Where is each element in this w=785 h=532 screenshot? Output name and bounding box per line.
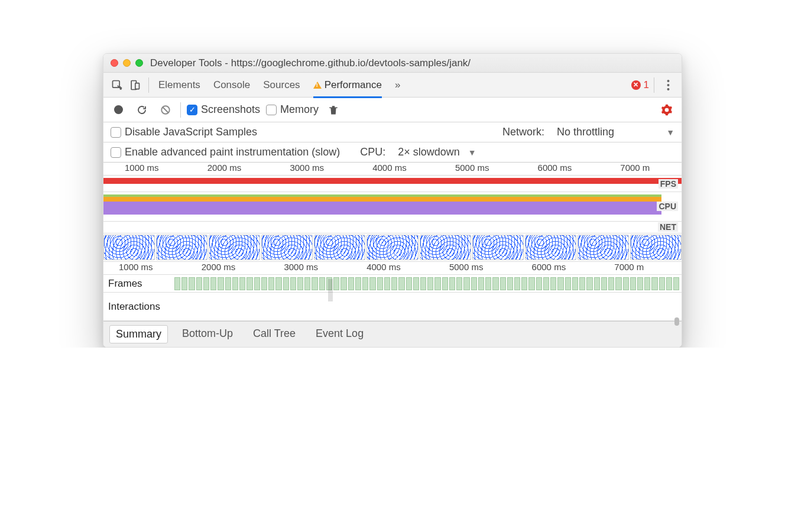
ruler-tick: 1000 ms bbox=[103, 163, 186, 175]
network-throttling-select[interactable]: No throttling bbox=[557, 126, 614, 138]
filmstrip-frame[interactable] bbox=[630, 235, 682, 260]
tabs-overflow-button[interactable]: » bbox=[395, 73, 400, 98]
enable-paint-instrumentation-checkbox[interactable]: Enable advanced paint instrumentation (s… bbox=[111, 146, 340, 158]
perf-toolbar: ✓ Screenshots Memory bbox=[103, 98, 682, 122]
minimize-window-button[interactable] bbox=[123, 59, 131, 67]
ruler-tick: 3000 ms bbox=[268, 163, 351, 175]
checkbox-off-icon bbox=[111, 127, 121, 138]
filmstrip-frame[interactable] bbox=[314, 235, 365, 260]
details-tabs: Summary Bottom-Up Call Tree Event Log bbox=[103, 321, 682, 347]
tab-console[interactable]: Console bbox=[213, 73, 250, 98]
checkbox-on-icon: ✓ bbox=[187, 105, 197, 115]
svg-rect-2 bbox=[135, 83, 140, 89]
clear-button[interactable] bbox=[157, 101, 174, 119]
fps-label: FPS bbox=[659, 179, 678, 189]
frames-track[interactable]: Frames bbox=[103, 275, 682, 293]
tab-elements[interactable]: Elements bbox=[158, 73, 200, 98]
ruler-tick: 4000 ms bbox=[351, 163, 434, 175]
kebab-menu-button[interactable] bbox=[659, 76, 677, 94]
inspect-element-button[interactable] bbox=[108, 76, 126, 94]
memory-checkbox[interactable]: Memory bbox=[266, 103, 319, 116]
tab-performance[interactable]: Performance bbox=[313, 73, 382, 98]
ruler-tick: 6000 ms bbox=[517, 163, 599, 175]
tab-call-tree[interactable]: Call Tree bbox=[247, 325, 301, 343]
interactions-track[interactable]: Interactions bbox=[103, 293, 682, 321]
filmstrip-frame[interactable] bbox=[156, 235, 207, 260]
ruler-tick: 7000 m bbox=[599, 163, 682, 175]
overview-filmstrip[interactable] bbox=[103, 233, 682, 262]
overview-fps[interactable]: FPS bbox=[103, 176, 682, 192]
devtools-window: Developer Tools - https://googlechrome.g… bbox=[103, 53, 682, 348]
track-label: Frames bbox=[103, 276, 174, 291]
vertical-scrollbar-thumb[interactable] bbox=[674, 317, 679, 326]
ruler-tick: 2000 ms bbox=[186, 262, 269, 274]
ruler-tick: 1000 ms bbox=[103, 262, 186, 274]
filmstrip-frame[interactable] bbox=[261, 235, 313, 260]
window-title: Developer Tools - https://googlechrome.g… bbox=[150, 57, 471, 69]
window-titlebar: Developer Tools - https://googlechrome.g… bbox=[103, 54, 682, 73]
tab-summary[interactable]: Summary bbox=[109, 325, 168, 343]
svg-point-5 bbox=[667, 88, 669, 90]
track-label: Interactions bbox=[103, 296, 174, 317]
overview-cpu[interactable]: CPU bbox=[103, 192, 682, 222]
net-label: NET bbox=[658, 222, 678, 232]
filmstrip-frame[interactable] bbox=[103, 235, 155, 260]
ruler-tick: 2000 ms bbox=[186, 163, 269, 175]
filmstrip-frame[interactable] bbox=[420, 235, 471, 260]
filmstrip-frame[interactable] bbox=[578, 235, 629, 260]
ruler-tick: 5000 ms bbox=[434, 262, 517, 274]
screenshots-checkbox[interactable]: ✓ Screenshots bbox=[187, 103, 260, 116]
disable-js-samples-checkbox[interactable]: Disable JavaScript Samples bbox=[111, 126, 257, 138]
filmstrip-frame[interactable] bbox=[472, 235, 524, 260]
svg-point-4 bbox=[667, 84, 669, 86]
fps-strip bbox=[103, 178, 682, 184]
capture-settings-button[interactable] bbox=[658, 101, 676, 119]
filmstrip-frame[interactable] bbox=[366, 235, 418, 260]
cpu-throttling-select[interactable]: 2× slowdown bbox=[398, 146, 460, 158]
cpu-label: CPU bbox=[657, 202, 678, 211]
network-label: Network: bbox=[502, 126, 544, 138]
frames-bars bbox=[174, 275, 682, 292]
ruler-tick: 7000 m bbox=[599, 262, 682, 274]
tab-bottom-up[interactable]: Bottom-Up bbox=[176, 325, 239, 343]
filmstrip-frame[interactable] bbox=[209, 235, 260, 260]
close-window-button[interactable] bbox=[111, 59, 118, 67]
ruler-tick: 6000 ms bbox=[517, 262, 599, 274]
separator bbox=[148, 77, 149, 93]
cpu-label: CPU: bbox=[360, 146, 385, 158]
gc-button[interactable] bbox=[325, 101, 342, 119]
checkbox-off-icon bbox=[111, 147, 121, 158]
tab-sources[interactable]: Sources bbox=[263, 73, 300, 98]
settings-row-2: Enable advanced paint instrumentation (s… bbox=[103, 142, 682, 163]
hover-marker bbox=[328, 279, 333, 301]
ruler-tick: 4000 ms bbox=[351, 262, 434, 274]
ruler-tick: 5000 ms bbox=[434, 163, 517, 175]
record-button[interactable] bbox=[109, 101, 127, 119]
device-toolbar-button[interactable] bbox=[126, 76, 144, 94]
error-icon: ✕ bbox=[631, 80, 641, 90]
cpu-strip bbox=[103, 202, 661, 215]
error-count[interactable]: ✕ 1 bbox=[631, 79, 649, 91]
chevron-down-icon: ▼ bbox=[468, 148, 476, 157]
warning-icon bbox=[313, 82, 322, 89]
reload-button[interactable] bbox=[133, 101, 151, 119]
tab-event-log[interactable]: Event Log bbox=[310, 325, 369, 343]
flame-ruler[interactable]: 1000 ms 2000 ms 3000 ms 4000 ms 5000 ms … bbox=[103, 262, 682, 275]
settings-row-1: Disable JavaScript Samples Network: No t… bbox=[103, 122, 682, 142]
zoom-window-button[interactable] bbox=[135, 59, 143, 67]
panel-tabbar: Elements Console Sources Performance » ✕… bbox=[103, 73, 682, 98]
svg-point-3 bbox=[667, 80, 669, 82]
panel-tabs: Elements Console Sources Performance » bbox=[158, 73, 400, 98]
checkbox-off-icon bbox=[266, 105, 277, 115]
ruler-ticks: 1000 ms 2000 ms 3000 ms 4000 ms 5000 ms … bbox=[103, 163, 682, 175]
overview-ruler[interactable]: 1000 ms 2000 ms 3000 ms 4000 ms 5000 ms … bbox=[103, 163, 682, 176]
separator bbox=[654, 77, 654, 93]
traffic-lights bbox=[111, 59, 143, 67]
chevron-down-icon: ▼ bbox=[666, 128, 674, 137]
ruler-tick: 3000 ms bbox=[268, 262, 351, 274]
filmstrip-frame[interactable] bbox=[525, 235, 576, 260]
separator bbox=[180, 102, 181, 118]
overview-net[interactable]: NET bbox=[103, 222, 682, 233]
